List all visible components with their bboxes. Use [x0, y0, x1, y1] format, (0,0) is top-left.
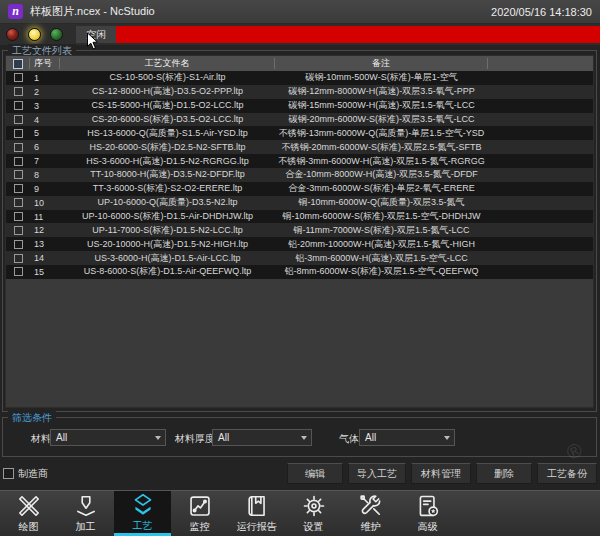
row-index: 15 — [30, 267, 60, 277]
table-row[interactable]: 3CS-15-5000-H(高速)-D1.5-O2-LCC.ltp碳钢-15mm… — [6, 99, 593, 113]
row-file-name: US-8-6000-S(标准)-D1.5-Air-QEEFWQ.ltp — [60, 265, 275, 278]
bottom-toolbar: 绘图 加工 工艺 监控 运行报告 设置 维护 高级 — [0, 490, 600, 536]
tab-draw[interactable]: 绘图 — [0, 491, 57, 536]
row-remark: 不锈钢-3mm-6000W-H(高速)-双层1.5-氮气-RGRGG — [275, 155, 488, 168]
tab-machining[interactable]: 加工 — [57, 491, 114, 536]
select-all-checkbox[interactable] — [6, 58, 30, 69]
checkbox-icon[interactable] — [3, 468, 14, 479]
title-bar: n 样板图片.ncex - NcStudio 2020/05/16 14:18:… — [0, 0, 600, 24]
row-file-name: US-20-10000-H(高速)-D1.5-N2-HIGH.ltp — [60, 238, 275, 251]
filter-dropdown-gas[interactable]: All — [359, 429, 455, 446]
table-row[interactable]: 4CS-20-6000-S(标准)-D3.5-O2-LCC.ltp碳钢-20mm… — [6, 113, 593, 127]
tab-label: 加工 — [76, 520, 96, 534]
filter-label-material: 材料 — [31, 432, 51, 446]
tab-label: 工艺 — [133, 519, 153, 533]
row-remark: 不锈钢-13mm-6000W-Q(高质量)-单层1.5-空气-YSD — [275, 127, 488, 140]
manufacturer-checkbox[interactable]: 制造商 — [3, 467, 48, 481]
row-index: 2 — [30, 87, 60, 97]
process-icon — [130, 492, 156, 518]
row-remark: 铝-20mm-10000W-H(高速)-双层1.5-氮气-HIGH — [275, 238, 488, 251]
row-checkbox[interactable] — [6, 115, 30, 124]
row-checkbox[interactable] — [6, 267, 30, 276]
row-remark: 铜-10mm-6000W-Q(高质量)-双层3.5-氮气 — [275, 196, 488, 209]
row-remark: 合金-3mm-6000W-S(标准)-单层2-氧气-ERERE — [275, 182, 488, 195]
row-file-name: CS-20-6000-S(标准)-D3.5-O2-LCC.ltp — [60, 113, 275, 126]
table-row[interactable]: 12UP-11-7000-S(标准)-D1.5-N2-LCC.ltp铜-11mm… — [6, 223, 593, 237]
tab-label: 维护 — [361, 520, 381, 534]
row-remark: 碳钢-10mm-500W-S(标准)-单层1-空气 — [275, 71, 488, 84]
row-checkbox[interactable] — [6, 226, 30, 235]
tab-run-report[interactable]: 运行报告 — [228, 491, 285, 536]
row-file-name: UP-10-6000-Q(高质量)-D3.5-N2.ltp — [60, 196, 275, 209]
table-row[interactable]: 5HS-13-6000-Q(高质量)-S1.5-Air-YSD.ltp不锈钢-1… — [6, 126, 593, 140]
row-checkbox[interactable] — [6, 198, 30, 207]
column-empty — [488, 58, 593, 69]
column-remark[interactable]: 备注 — [275, 58, 488, 69]
material-management-button[interactable]: 材料管理 — [411, 463, 471, 484]
table-row[interactable]: 6HS-20-6000-S(标准)-D2.5-N2-SFTB.ltp不锈钢-20… — [6, 140, 593, 154]
app-logo-icon: n — [8, 4, 23, 19]
chevron-down-icon — [301, 436, 307, 440]
table-row[interactable]: 10UP-10-6000-Q(高质量)-D3.5-N2.ltp铜-10mm-60… — [6, 196, 593, 210]
tab-settings[interactable]: 设置 — [285, 491, 342, 536]
row-file-name: TT-10-8000-H(高速)-D3.5-N2-DFDF.ltp — [60, 168, 275, 181]
column-index[interactable]: 序号 — [30, 58, 60, 69]
row-checkbox[interactable] — [6, 240, 30, 249]
machining-icon — [73, 493, 99, 519]
row-checkbox[interactable] — [6, 157, 30, 166]
row-checkbox[interactable] — [6, 184, 30, 193]
row-remark: 合金-10mm-8000W-H(高速)-双层3.5-氮气-DFDF — [275, 168, 488, 181]
row-index: 11 — [30, 212, 60, 222]
table-row[interactable]: 13US-20-10000-H(高速)-D1.5-N2-HIGH.ltp铝-20… — [6, 237, 593, 251]
row-checkbox[interactable] — [6, 87, 30, 96]
row-file-name: HS-3-6000-H(高速)-D1.5-N2-RGRGG.ltp — [60, 155, 275, 168]
tab-monitor[interactable]: 监控 — [171, 491, 228, 536]
row-index: 6 — [30, 142, 60, 152]
row-checkbox[interactable] — [6, 254, 30, 263]
led-green-icon — [50, 28, 63, 41]
delete-button[interactable]: 删除 — [476, 463, 532, 484]
table-row[interactable]: 14US-3-6000-H(高速)-D1.5-Air-LCC.ltp铝-3mm-… — [6, 251, 593, 265]
row-checkbox[interactable] — [6, 212, 30, 221]
tab-label: 绘图 — [19, 520, 39, 534]
row-remark: 铝-3mm-6000W-H(高速)-双层1.5-空气-LCC — [275, 252, 488, 265]
row-index: 7 — [30, 156, 60, 166]
tab-label: 运行报告 — [237, 520, 277, 534]
process-backup-button[interactable]: 工艺备份 — [537, 463, 597, 484]
row-index: 1 — [30, 73, 60, 83]
filter-dropdown-thickness[interactable]: All — [212, 429, 312, 446]
led-yellow-icon — [28, 28, 41, 41]
ncstudio-window: n 样板图片.ncex - NcStudio 2020/05/16 14:18:… — [0, 0, 600, 536]
row-checkbox[interactable] — [6, 170, 30, 179]
import-process-button[interactable]: 导入工艺 — [348, 463, 406, 484]
table-row[interactable]: 7HS-3-6000-H(高速)-D1.5-N2-RGRGG.ltp不锈钢-3m… — [6, 154, 593, 168]
filter-dropdown-material[interactable]: All — [50, 429, 166, 446]
tab-process[interactable]: 工艺 — [114, 491, 171, 536]
edit-button[interactable]: 编辑 — [287, 463, 343, 484]
row-checkbox[interactable] — [6, 73, 30, 82]
row-checkbox[interactable] — [6, 129, 30, 138]
row-file-name: UP-11-7000-S(标准)-D1.5-N2-LCC.ltp — [60, 224, 275, 237]
action-row: 制造商 编辑导入工艺材料管理删除工艺备份 — [0, 459, 600, 488]
table-row[interactable]: 9TT-3-6000-S(标准)-S2-O2-ERERE.ltp合金-3mm-6… — [6, 182, 593, 196]
tab-maintenance[interactable]: 维护 — [342, 491, 399, 536]
table-row[interactable]: 8TT-10-8000-H(高速)-D3.5-N2-DFDF.ltp合金-10m… — [6, 168, 593, 182]
run-report-icon — [244, 493, 270, 519]
row-file-name: CS-10-500-S(标准)-S1-Air.ltp — [60, 71, 275, 84]
column-file-name[interactable]: 工艺文件名 — [60, 58, 275, 69]
process-file-table: 序号 工艺文件名 备注 1CS-10-500-S(标准)-S1-Air.ltp碳… — [5, 55, 594, 408]
tab-advanced[interactable]: 高级 — [399, 491, 456, 536]
table-row[interactable]: 2CS-12-8000-H(高速)-D3.5-O2-PPP.ltp碳钢-12mm… — [6, 85, 593, 99]
draw-icon — [16, 493, 42, 519]
table-row[interactable]: 11UP-10-6000-S(标准)-D1.5-Air-DHDHJW.ltp铜-… — [6, 210, 593, 224]
row-index: 5 — [30, 128, 60, 138]
row-remark: 碳钢-12mm-8000W-H(高速)-双层3.5-氧气-PPP — [275, 85, 488, 98]
table-row[interactable]: 15US-8-6000-S(标准)-D1.5-Air-QEEFWQ.ltp铝-8… — [6, 265, 593, 279]
dropdown-value: All — [56, 432, 67, 443]
row-index: 3 — [30, 101, 60, 111]
row-checkbox[interactable] — [6, 101, 30, 110]
filter-label-gas: 气体 — [339, 432, 359, 446]
table-row[interactable]: 1CS-10-500-S(标准)-S1-Air.ltp碳钢-10mm-500W-… — [6, 71, 593, 85]
row-checkbox[interactable] — [6, 143, 30, 152]
table-body: 1CS-10-500-S(标准)-S1-Air.ltp碳钢-10mm-500W-… — [6, 71, 593, 279]
